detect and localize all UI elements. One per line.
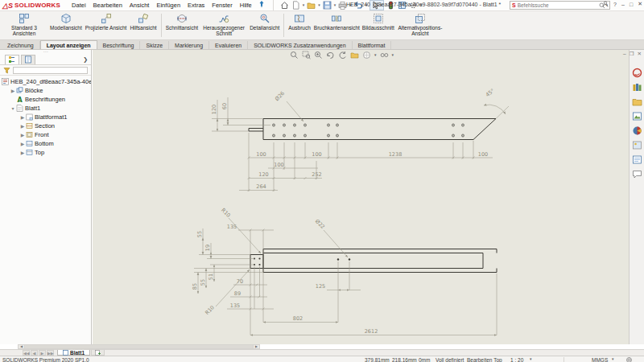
prev-sheet-icon[interactable]: ◀	[31, 350, 38, 356]
display-style-icon[interactable]	[362, 51, 371, 60]
tree-item-bottom[interactable]: ▶ Bottom	[0, 139, 91, 148]
dim-dia26[interactable]: Ø26	[274, 90, 286, 102]
menu-extras[interactable]: Extras	[188, 2, 204, 9]
ribbon-schnittansicht[interactable]: Schnittansicht	[164, 11, 200, 39]
dim-100-d[interactable]: 100	[274, 162, 283, 168]
drawing-view-bottom[interactable]: 135 55 19 R10 Ø22 85 55 51	[192, 207, 497, 335]
dim-85[interactable]: 85	[192, 283, 198, 290]
forum-icon[interactable]	[632, 169, 642, 179]
maximize-icon[interactable]: □	[630, 2, 633, 7]
dim-60[interactable]: 60	[221, 103, 228, 109]
first-sheet-icon[interactable]: ◀◀	[23, 350, 30, 356]
zoom-area-icon[interactable]	[302, 51, 311, 60]
dim-264[interactable]: 264	[256, 183, 266, 190]
tab-zeichnung[interactable]: Zeichnung	[2, 41, 40, 49]
dim-r10-bot[interactable]: R10	[204, 304, 216, 316]
dim-120[interactable]: 120	[211, 105, 217, 114]
dim-19[interactable]: 19	[204, 245, 211, 251]
dim-100-b[interactable]: 100	[312, 151, 321, 158]
dim-252[interactable]: 252	[312, 171, 321, 178]
display-style-caret-icon[interactable]: ▾	[374, 53, 377, 57]
minimize-icon[interactable]: –	[621, 2, 625, 7]
help-button[interactable]: ?	[613, 2, 617, 7]
custom-properties-icon[interactable]	[632, 154, 642, 165]
tree-item-bloecke[interactable]: ▶ Blöcke	[0, 86, 91, 95]
expand-arrow-icon[interactable]: ▶	[10, 88, 16, 93]
design-library-icon[interactable]	[632, 82, 642, 93]
tab-blattformat[interactable]: Blattformat	[353, 41, 392, 49]
ribbon-projizierte-ansicht[interactable]: Projizierte Ansicht	[84, 11, 129, 39]
tab-beschriftung[interactable]: Beschriftung	[97, 41, 141, 49]
hide-show-caret-icon[interactable]: ▾	[392, 53, 394, 57]
tab-skizze[interactable]: Skizze	[140, 41, 169, 49]
ribbon-ausbruch[interactable]: Ausbruch	[287, 11, 312, 39]
menu-bearbeiten[interactable]: Bearbeiten	[93, 2, 122, 9]
next-sheet-icon[interactable]: ▶	[39, 350, 46, 356]
scale-caret-icon[interactable]: ▾	[530, 357, 532, 361]
panel-expand-chevron-icon[interactable]: ❯	[83, 56, 88, 63]
tree-item-section[interactable]: ▶ Section	[0, 121, 91, 130]
dim-55-bot[interactable]: 55	[200, 279, 206, 286]
dim-135-bot[interactable]: 135	[230, 302, 240, 309]
expand-arrow-icon[interactable]: ▶	[19, 141, 26, 146]
ribbon-bruchkantenansicht[interactable]: Bruchkantenansicht	[312, 11, 361, 39]
file-explorer-icon[interactable]	[632, 97, 642, 107]
tab-markierung[interactable]: Markierung	[169, 41, 209, 49]
close-icon[interactable]: ✕	[638, 1, 642, 7]
tab-solidworks-zusatzanwendungen[interactable]: SOLIDWORKS Zusatzanwendungen	[248, 41, 352, 49]
dim-55-top[interactable]: 55	[196, 231, 203, 237]
property-manager-tab[interactable]	[21, 55, 35, 64]
dim-125[interactable]: 125	[316, 283, 325, 290]
drawing-canvas[interactable]: ▾ ▾ .e { stroke:#3c3b35; stroke-width:1;…	[93, 50, 629, 344]
dim-70[interactable]: 70	[237, 278, 243, 285]
appearances-icon[interactable]	[632, 125, 642, 136]
menu-ansicht[interactable]: Ansicht	[130, 2, 150, 9]
expand-arrow-icon[interactable]: ▶	[19, 114, 26, 120]
search-input[interactable]	[518, 2, 600, 8]
doc-close-icon[interactable]: ✕	[638, 51, 642, 57]
ribbon-alternativpositions-ansicht[interactable]: Alternativpositions-Ansicht	[396, 11, 444, 39]
user-icon[interactable]	[602, 1, 609, 7]
sheet-tab-blatt1[interactable]: Blatt1	[57, 350, 90, 356]
new-document-icon[interactable]	[291, 1, 300, 10]
tree-item-top[interactable]: ▶ Top	[0, 148, 91, 157]
dim-45deg[interactable]: 45°	[485, 88, 496, 98]
pin-menu-icon[interactable]	[258, 1, 265, 10]
zoom-in-out-icon[interactable]	[314, 51, 323, 60]
menu-einfuegen[interactable]: Einfügen	[156, 2, 180, 9]
command-search[interactable]: S ▾	[510, 1, 610, 10]
dim-2612[interactable]: 2612	[365, 328, 378, 335]
tree-root[interactable]: HEB_240_df8eaac7-345a-40e9-8802-9a9f	[0, 77, 91, 86]
sheet-scale-selector[interactable]: 1 : 20	[510, 357, 523, 362]
ribbon-detailansicht[interactable]: Detailansicht	[248, 11, 281, 39]
tree-item-blattformat1[interactable]: ▶ Blattformat1	[0, 113, 91, 121]
scroll-left-arrow-icon[interactable]: ◀	[19, 345, 25, 348]
last-sheet-icon[interactable]: ▶▶	[47, 350, 54, 356]
dim-dia22[interactable]: Ø22	[314, 218, 326, 230]
dim-802[interactable]: 802	[293, 315, 303, 322]
menu-datei[interactable]: Datei	[72, 2, 86, 9]
tab-evaluieren[interactable]: Evaluieren	[209, 41, 248, 49]
tab-layout-anzeigen[interactable]: Layout anzeigen	[40, 40, 97, 49]
ribbon-hilfsansicht[interactable]: Hilfsansicht	[128, 11, 158, 39]
globe-icon[interactable]	[626, 357, 632, 362]
previous-view-icon[interactable]	[326, 51, 335, 60]
drawing-sheet[interactable]: .e { stroke:#3c3b35; stroke-width:1; fil…	[93, 50, 629, 344]
save-icon[interactable]	[323, 1, 332, 10]
collapse-arrow-icon[interactable]: ▾	[10, 105, 16, 111]
menu-fenster[interactable]: Fenster	[212, 2, 232, 9]
doc-minimize-icon[interactable]: –	[623, 51, 626, 57]
ribbon-modellansicht[interactable]: Modellansicht	[48, 11, 84, 39]
hide-show-items-icon[interactable]	[380, 51, 389, 60]
expand-arrow-icon[interactable]: ▶	[19, 150, 26, 155]
dim-100-c[interactable]: 100	[478, 151, 488, 158]
tree-item-front[interactable]: ▶ Front	[0, 130, 91, 139]
dim-r10-top[interactable]: R10	[220, 207, 232, 219]
rotate-view-icon[interactable]	[338, 51, 347, 60]
expand-arrow-icon[interactable]: ▶	[19, 123, 26, 129]
dim-135-top[interactable]: 135	[227, 224, 237, 230]
scrollbar-thumb[interactable]	[25, 345, 253, 348]
solidworks-resources-icon[interactable]	[632, 68, 642, 78]
add-sheet-tab[interactable]	[91, 350, 105, 356]
tree-item-beschriftungen[interactable]: A Beschriftungen	[0, 95, 91, 104]
